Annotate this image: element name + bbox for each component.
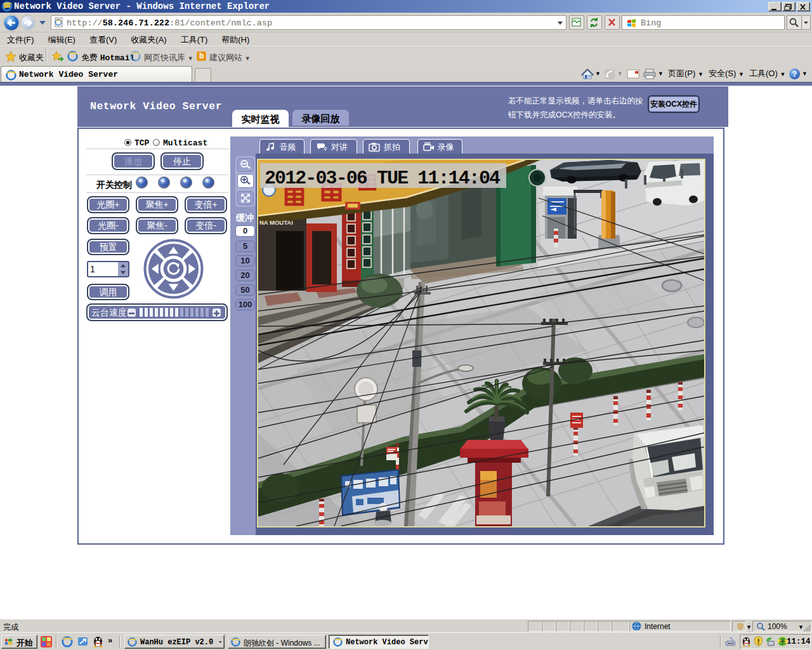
- svg-text:NA MOUTAI: NA MOUTAI: [259, 219, 293, 226]
- svg-text:2012-03-06 TUE 11:14:04: 2012-03-06 TUE 11:14:04: [265, 168, 501, 189]
- svg-text:?: ?: [792, 70, 797, 79]
